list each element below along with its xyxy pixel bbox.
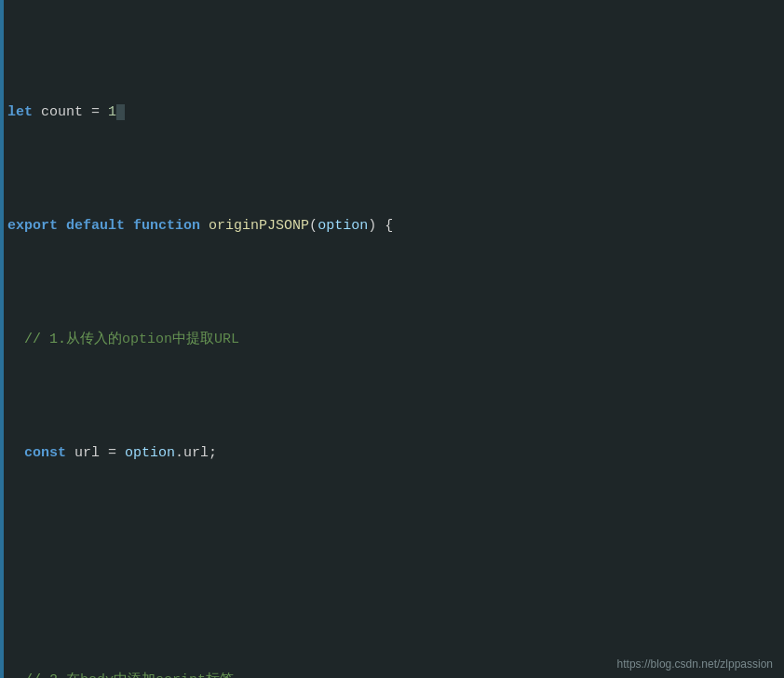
line-3: // 1.从传入的option中提取URL (7, 328, 769, 352)
line-5 (7, 555, 769, 579)
line-2: export default function originPJSONP(opt… (7, 214, 769, 238)
line-1: let count = 1 (7, 101, 769, 125)
code-content: let count = 1 export default function or… (0, 7, 784, 678)
left-border (0, 0, 4, 678)
watermark: https://blog.csdn.net/zlppassion (617, 658, 773, 671)
line-4: const url = option.url; (7, 441, 769, 466)
code-editor: let count = 1 export default function or… (0, 0, 784, 678)
